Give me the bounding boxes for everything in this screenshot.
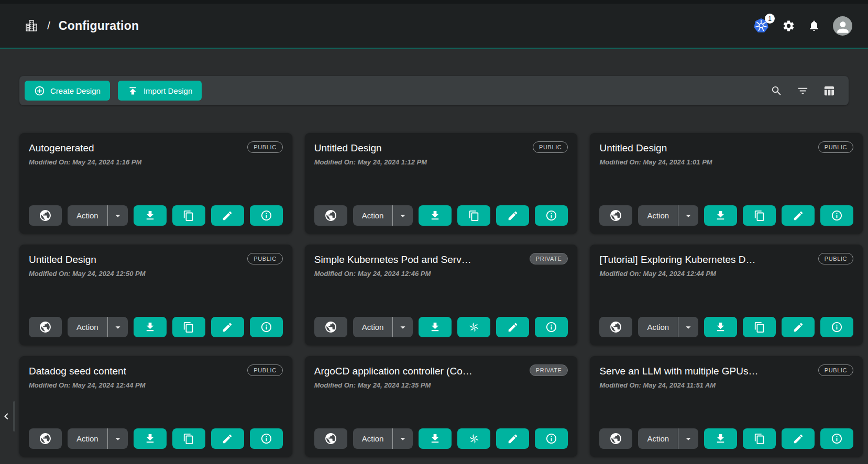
- create-design-button[interactable]: Create Design: [25, 81, 110, 101]
- edit-design-button[interactable]: [496, 205, 529, 226]
- info-design-button[interactable]: [820, 205, 853, 226]
- copy-icon: [754, 322, 765, 333]
- visibility-button[interactable]: [29, 317, 62, 337]
- action-dropdown-button[interactable]: [108, 205, 128, 226]
- edit-design-button[interactable]: [496, 428, 529, 449]
- download-design-button[interactable]: [134, 428, 167, 449]
- pencil-icon: [793, 210, 804, 222]
- action-button-label: Action: [647, 211, 669, 220]
- action-button[interactable]: Action: [638, 434, 678, 443]
- swirl-icon: [468, 433, 480, 445]
- edit-design-button[interactable]: [211, 317, 244, 337]
- sidebar-collapse-toggle[interactable]: [0, 401, 15, 432]
- action-button[interactable]: Action: [353, 434, 393, 443]
- edit-design-button[interactable]: [211, 428, 244, 449]
- info-design-button[interactable]: [535, 205, 568, 226]
- info-icon: [831, 321, 843, 333]
- action-button[interactable]: Action: [353, 323, 393, 332]
- duplicate-design-button[interactable]: [172, 205, 205, 226]
- visibility-button[interactable]: [314, 428, 347, 449]
- info-design-button[interactable]: [250, 317, 283, 337]
- action-dropdown-button[interactable]: [678, 428, 698, 449]
- download-design-button[interactable]: [419, 205, 452, 226]
- download-design-button[interactable]: [419, 317, 452, 337]
- duplicate-design-button[interactable]: [457, 428, 490, 449]
- action-button[interactable]: Action: [68, 323, 107, 332]
- action-dropdown-button[interactable]: [108, 317, 128, 337]
- download-design-button[interactable]: [704, 317, 737, 337]
- info-design-button[interactable]: [250, 205, 283, 226]
- action-button[interactable]: Action: [68, 434, 107, 443]
- search-button[interactable]: [771, 85, 783, 97]
- action-button[interactable]: Action: [68, 211, 107, 220]
- duplicate-design-button[interactable]: [172, 317, 205, 337]
- action-dropdown-button[interactable]: [678, 205, 698, 226]
- chevron-down-icon: [112, 322, 124, 333]
- design-card: Datadog seed content PUBLIC Modified On:…: [19, 356, 292, 457]
- edit-design-button[interactable]: [211, 205, 244, 226]
- notifications-button[interactable]: [808, 19, 820, 32]
- download-design-button[interactable]: [704, 205, 737, 226]
- filter-button[interactable]: [797, 85, 809, 97]
- info-design-button[interactable]: [250, 428, 283, 449]
- duplicate-design-button[interactable]: [172, 428, 205, 449]
- duplicate-design-button[interactable]: [457, 205, 490, 226]
- visibility-button[interactable]: [29, 205, 62, 226]
- globe-icon: [609, 321, 622, 334]
- visibility-button[interactable]: [29, 428, 62, 449]
- kubernetes-context-button[interactable]: 1: [753, 17, 770, 34]
- action-dropdown-button[interactable]: [393, 205, 413, 226]
- actions-toolbar: Create Design Import Design: [19, 76, 849, 105]
- info-design-button[interactable]: [535, 317, 568, 337]
- edit-design-button[interactable]: [782, 428, 815, 449]
- visibility-button[interactable]: [599, 428, 632, 449]
- design-card: Simple Kubernetes Pod and Serv… PRIVATE …: [305, 245, 578, 345]
- duplicate-design-button[interactable]: [743, 428, 776, 449]
- edit-design-button[interactable]: [496, 317, 529, 337]
- user-avatar[interactable]: [833, 16, 852, 36]
- pencil-icon: [793, 433, 804, 445]
- action-button[interactable]: Action: [638, 211, 678, 220]
- table-view-button[interactable]: [823, 85, 835, 97]
- visibility-button[interactable]: [314, 317, 347, 337]
- design-card: Serve an LLM with multiple GPUs… PUBLIC …: [590, 356, 863, 457]
- download-design-button[interactable]: [134, 205, 167, 226]
- settings-button[interactable]: [782, 19, 795, 32]
- download-design-button[interactable]: [419, 428, 452, 449]
- chevron-down-icon: [397, 433, 409, 445]
- download-design-button[interactable]: [704, 428, 737, 449]
- visibility-button[interactable]: [599, 205, 632, 226]
- design-title: Simple Kubernetes Pod and Serv…: [314, 254, 471, 266]
- visibility-badge: PUBLIC: [818, 364, 853, 376]
- action-dropdown-button[interactable]: [393, 317, 413, 337]
- swirl-icon: [468, 321, 480, 334]
- action-dropdown-button[interactable]: [678, 317, 698, 337]
- edit-design-button[interactable]: [782, 205, 815, 226]
- download-design-button[interactable]: [134, 317, 167, 337]
- modified-on: Modified On: May 24, 2024 1:01 PM: [599, 158, 853, 166]
- duplicate-design-button[interactable]: [743, 317, 776, 337]
- card-header: Simple Kubernetes Pod and Serv… PRIVATE: [314, 253, 568, 266]
- duplicate-design-button[interactable]: [457, 317, 490, 337]
- visibility-button[interactable]: [599, 317, 632, 337]
- card-header: Serve an LLM with multiple GPUs… PUBLIC: [599, 364, 853, 377]
- visibility-button[interactable]: [314, 205, 347, 226]
- action-dropdown-button[interactable]: [393, 428, 413, 449]
- organization-building-icon[interactable]: [24, 18, 39, 33]
- action-button[interactable]: Action: [353, 211, 393, 220]
- duplicate-design-button[interactable]: [743, 205, 776, 226]
- download-icon: [429, 433, 441, 445]
- action-button[interactable]: Action: [638, 323, 678, 332]
- pencil-icon: [222, 322, 233, 333]
- import-design-button[interactable]: Import Design: [118, 81, 202, 101]
- info-design-button[interactable]: [820, 317, 853, 337]
- visibility-badge: PRIVATE: [530, 364, 568, 376]
- action-dropdown-button[interactable]: [108, 428, 128, 449]
- card-actions: Action: [29, 428, 283, 449]
- info-icon: [545, 433, 557, 445]
- info-design-button[interactable]: [535, 428, 568, 449]
- info-design-button[interactable]: [820, 428, 853, 449]
- copy-icon: [754, 210, 765, 222]
- edit-design-button[interactable]: [782, 317, 815, 337]
- globe-icon: [324, 209, 337, 222]
